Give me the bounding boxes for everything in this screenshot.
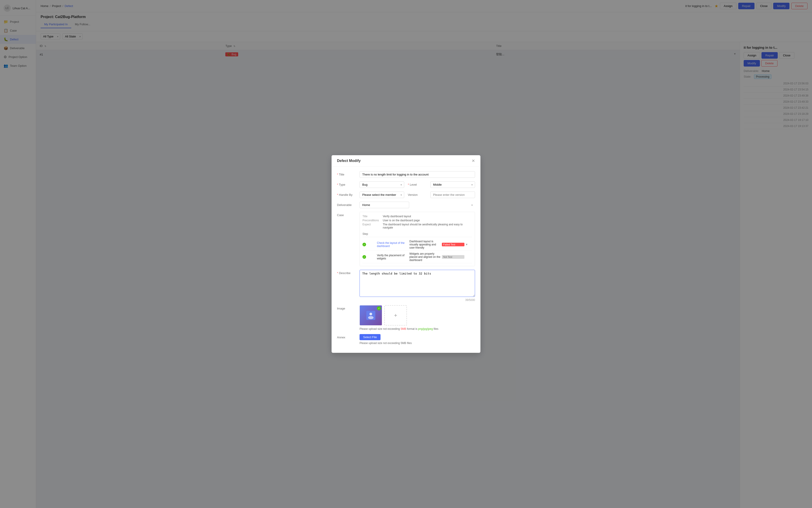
case-pre-label: Preconditions [362,219,383,222]
case-pre-value: User is on the dashboard page [383,219,420,222]
svg-point-2 [368,316,374,319]
case-title-label: Title [362,215,383,218]
case-expect-value: The dashboard layout should be aesthetic… [383,223,472,229]
describe-label: Describe [337,270,359,275]
handleby-select[interactable]: Please select the member [359,192,404,198]
image-add-button[interactable]: + [384,305,407,326]
title-control [359,171,475,178]
case-meta-expect-row: Expect The dashboard layout should be ae… [362,223,472,229]
handleby-control: Please select the member [359,192,404,198]
modal-header: Defect Modify ✕ [332,155,480,167]
handle-by-label: Handle By [337,192,359,197]
deliverable-control: Home [359,202,475,208]
step-check-2: ✓ [362,255,366,259]
modal-title: Defect Modify [337,159,361,163]
deliverable-form-label: Deliverable [337,202,359,207]
steps-header: Step [362,231,472,237]
form-row-case: Case Title Verify dashboard layout Preco… [337,212,475,266]
case-meta-title-row: Title Verify dashboard layout [362,215,472,218]
step-result-2: Widgets are properly placed and aligned … [410,252,441,262]
version-input[interactable] [430,192,475,198]
upload-hint: Please upload size not exceeding 5MB for… [359,327,475,331]
case-form-label: Case [337,212,359,217]
modal-overlay[interactable]: Defect Modify ✕ Title Type Bug [0,0,812,508]
type-select[interactable]: Bug [359,181,404,188]
step-num-2: ✓ [362,255,376,259]
version-control [430,192,475,198]
step-check-1: ✓ [362,243,366,246]
level-label: Level [408,181,430,186]
svg-point-1 [370,313,372,315]
form-row-image: Image ✓ [337,305,475,331]
step-result-1: Dashboard layout is visually appealing a… [410,240,441,249]
case-meta: Title Verify dashboard layout Preconditi… [362,215,472,229]
level-select[interactable]: Middle [430,181,475,188]
image-label: Image [337,305,359,310]
step-col-expand [465,232,472,236]
case-meta-pre-row: Preconditions User is on the dashboard p… [362,219,472,222]
form-row-type: Type Bug [337,181,404,188]
form-row-type-level: Type Bug Level Middle [337,181,475,188]
step-expand-1[interactable]: ▼ [465,243,472,246]
format-value: png/jpg/jpeg [418,327,433,331]
form-row-deliverable: Deliverable Home [337,202,475,208]
defect-modify-modal: Defect Modify ✕ Title Type Bug [332,155,480,353]
form-row-annex: Annex Select File Please upload size not… [337,334,475,345]
describe-textarea[interactable]: The length should be limited to 32 bits [359,270,475,297]
size-limit: 5MB [400,327,406,331]
select-file-button[interactable]: Select File [359,334,381,340]
step-action-2: Verify the placement of widgets [377,254,409,260]
title-label: Title [337,171,359,176]
image-control: ✓ + Please upload size not exceeding 5MB… [359,305,475,331]
describe-control: The length should be limited to 32 bits … [359,270,475,302]
image-thumbnail[interactable]: ✓ [359,305,382,326]
form-row-version: Version [408,192,475,198]
form-row-describe: Describe The length should be limited to… [337,270,475,302]
level-control: Middle [430,181,475,188]
step-col-label: Step [362,232,376,236]
annex-size-limit: 5MB [400,342,406,345]
step-num-1: ✓ [362,243,376,246]
steps-container: Step ✓ Check the layout of the dashboard [362,231,472,263]
step-row-2: ✓ Verify the placement of widgets Widget… [362,251,472,263]
step-col-action [376,232,410,236]
deliverable-select[interactable]: Home [359,202,409,208]
version-label: Version [408,192,430,197]
step-row-1: ✓ Check the layout of the dashboard Dash… [362,239,472,251]
modal-body: Title Type Bug Level [332,167,480,353]
title-input[interactable] [359,171,475,178]
type-control: Bug [359,181,404,188]
describe-counter: 39/5000 [359,298,475,302]
image-check-icon: ✓ [377,306,381,310]
preview-svg [366,311,375,320]
step-status-1: Failed Test [442,243,464,246]
annex-label: Annex [337,334,359,339]
step-status-2: Not Test [442,255,464,259]
type-label: Type [337,181,359,186]
form-row-level: Level Middle [408,181,475,188]
image-upload-row: ✓ + [359,305,475,326]
case-expect-label: Expect [362,223,383,229]
annex-control: Select File Please upload size not excee… [359,334,475,345]
step-action-1: Check the layout of the dashboard [377,241,409,248]
step-col-status [443,232,465,236]
step-col-result [410,232,443,236]
case-block: Title Verify dashboard layout Preconditi… [359,212,475,266]
form-row-handle-version: Handle By Please select the member Versi… [337,192,475,198]
form-row-title: Title [337,171,475,178]
case-title-value: Verify dashboard layout [383,215,411,218]
form-row-handleby: Handle By Please select the member [337,192,404,198]
modal-close-button[interactable]: ✕ [472,159,475,163]
annex-hint: Please upload size not exceeding 5MB fil… [359,342,475,345]
